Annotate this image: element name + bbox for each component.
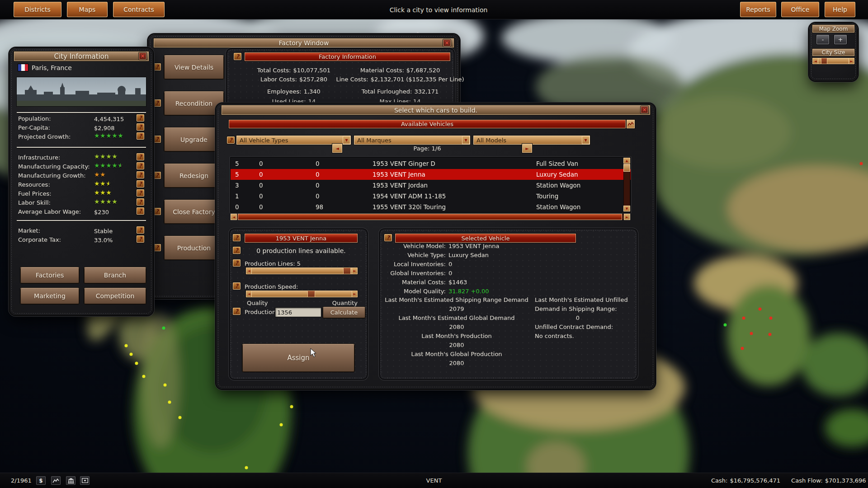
menu-button-help[interactable]: Help [825, 2, 855, 17]
slider-right-arrow-icon[interactable]: ► [352, 291, 358, 297]
help-icon[interactable]: ? [384, 234, 392, 241]
help-icon[interactable]: ? [233, 259, 241, 267]
slider-left-arrow-icon[interactable]: ◄ [246, 267, 252, 274]
vehicle-row[interactable]: 1001954 VENT ADM 11-185Touring [231, 191, 631, 202]
scroll-up-icon[interactable]: ▲ [623, 158, 630, 164]
stat-label: Per-Capita: [18, 124, 50, 131]
chevron-down-icon[interactable]: ▼ [582, 136, 590, 144]
slider-right-arrow-icon[interactable]: ► [352, 267, 358, 274]
stock-chart-button[interactable] [51, 476, 61, 485]
menu-button-office[interactable]: Office [781, 2, 819, 17]
slider-left-arrow-icon[interactable]: ◄ [812, 58, 818, 64]
menu-button-districts[interactable]: Districts [14, 2, 61, 17]
unfilled-value: No contracts. [535, 332, 634, 341]
cell-global-inv: 0 [316, 160, 320, 167]
vehicle-row[interactable]: 3001953 VENT JordanStation Wagon [231, 180, 631, 191]
help-icon[interactable]: ? [137, 189, 144, 197]
factory-button-upgrade[interactable]: Upgrade [164, 127, 224, 151]
scroll-down-icon[interactable]: ▼ [623, 206, 630, 211]
model-filter[interactable]: All Models ▼ [473, 136, 590, 145]
factory-button-close-factory[interactable]: Close Factory [164, 200, 224, 224]
menu-button-maps[interactable]: Maps [67, 2, 108, 17]
info-value: $257,280 [299, 76, 327, 83]
help-icon[interactable]: ? [153, 244, 161, 251]
help-icon[interactable]: ? [137, 132, 144, 140]
slider-right-arrow-icon[interactable]: ► [849, 58, 854, 64]
help-icon[interactable]: ? [137, 114, 144, 122]
marque-filter[interactable]: All Marques ▼ [354, 136, 470, 145]
zoom-out-button[interactable]: - [816, 35, 829, 44]
city-button-marketing[interactable]: Marketing [20, 288, 79, 304]
help-icon[interactable]: ? [137, 171, 144, 178]
vehicle-row[interactable]: 00981955 VENT 320i TouringStation Wagon [231, 202, 631, 212]
slider-left-arrow-icon[interactable]: ◄ [246, 291, 252, 297]
slider-thumb[interactable] [821, 58, 827, 64]
menu-button-contracts[interactable]: Contracts [113, 2, 165, 17]
production-quantity-input[interactable] [275, 308, 321, 317]
close-icon[interactable]: ✕ [139, 52, 146, 60]
stat-label: Population: [18, 115, 51, 122]
help-icon[interactable]: ? [233, 234, 241, 241]
help-icon[interactable]: ? [227, 136, 235, 144]
help-icon[interactable]: ? [137, 207, 144, 215]
help-icon[interactable]: ? [234, 53, 241, 60]
factory-button-view-details[interactable]: View Details [164, 55, 224, 79]
help-icon[interactable]: ? [137, 123, 144, 131]
bills-button[interactable] [80, 476, 90, 485]
map-zoom-title: Map Zoom [812, 25, 854, 33]
help-icon[interactable]: ? [137, 162, 144, 169]
help-icon[interactable]: ? [137, 198, 144, 206]
demand-value: 2079 [380, 305, 533, 314]
city-button-competition[interactable]: Competition [84, 288, 146, 304]
vehicle-row[interactable]: 5001953 VENT Ginger DFull Sized Van [231, 158, 631, 169]
city-button-branch[interactable]: Branch [84, 267, 146, 283]
vehicle-table-hscrollbar[interactable]: ◄ ► [231, 214, 630, 220]
factory-button-redesign[interactable]: Redesign [164, 164, 224, 188]
vehicle-table-vscrollbar[interactable]: ▲ ▼ [623, 158, 630, 211]
help-icon[interactable]: ? [153, 172, 161, 179]
bank-button[interactable] [66, 476, 75, 485]
help-icon[interactable]: ? [233, 308, 241, 315]
finances-button[interactable]: $ [36, 476, 46, 485]
help-icon[interactable]: ? [153, 208, 161, 215]
chevron-down-icon[interactable]: ▼ [462, 136, 470, 144]
page-next-button[interactable]: ► [522, 144, 532, 153]
zoom-in-button[interactable]: + [834, 35, 847, 44]
city-button-factories[interactable]: Factories [20, 267, 79, 283]
page-prev-button[interactable]: ◄ [332, 144, 342, 153]
factory-button-recondition[interactable]: Recondition [164, 91, 224, 115]
slider-thumb[interactable] [343, 267, 351, 274]
chevron-down-icon[interactable]: ▼ [343, 136, 350, 144]
help-icon[interactable]: ? [137, 235, 144, 243]
bill-icon [82, 478, 88, 483]
cell-lines: 3 [235, 182, 239, 189]
help-icon[interactable]: ? [137, 180, 144, 188]
help-icon[interactable]: ? [153, 136, 161, 143]
production-speed-slider[interactable]: ◄ ► [246, 291, 358, 297]
help-icon[interactable]: ? [153, 99, 161, 107]
cash-label: Cash: [711, 477, 727, 484]
vehicle-row[interactable]: 5001953 VENT JennaLuxury Sedan [231, 169, 631, 180]
scroll-left-icon[interactable]: ◄ [231, 214, 237, 220]
city-size-slider[interactable]: ◄ ► [812, 58, 854, 64]
calculate-button[interactable]: Calculate [323, 307, 365, 318]
scroll-right-icon[interactable]: ► [624, 214, 630, 220]
menu-button-reports[interactable]: Reports [740, 2, 776, 17]
help-icon[interactable]: ? [233, 282, 241, 290]
chart-button[interactable] [627, 120, 635, 128]
slider-thumb[interactable] [307, 291, 315, 297]
vscroll-thumb[interactable] [623, 164, 630, 172]
close-icon[interactable]: ✕ [641, 106, 648, 113]
vehicle-type-filter[interactable]: All Vehicle Types ▼ [236, 136, 351, 145]
help-icon[interactable]: ? [153, 63, 161, 70]
help-icon[interactable]: ? [137, 153, 144, 160]
hscroll-thumb[interactable] [238, 214, 622, 220]
help-icon[interactable]: ? [233, 247, 241, 254]
factory-button-production[interactable]: Production [164, 236, 224, 260]
stat-label: Fuel Prices: [18, 190, 52, 197]
assign-button[interactable]: Assign [242, 344, 354, 372]
dialog-title: Select which cars to build. [394, 107, 477, 114]
close-icon[interactable]: ✕ [443, 39, 451, 47]
help-icon[interactable]: ? [137, 226, 144, 234]
production-lines-slider[interactable]: ◄ ► [246, 267, 358, 274]
